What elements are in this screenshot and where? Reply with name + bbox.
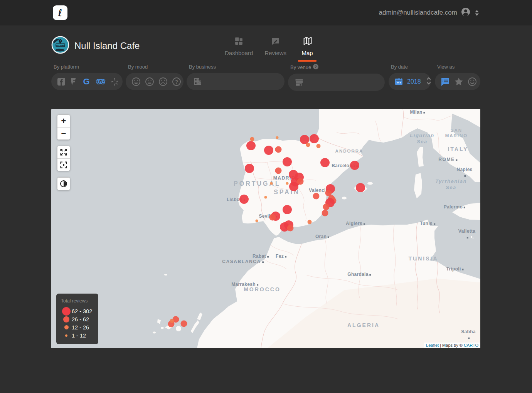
tab-map[interactable]: Map: [298, 36, 317, 62]
user-email: admin@nullislandcafe.com: [379, 9, 457, 17]
svg-text:?: ?: [315, 64, 317, 69]
legend-bubble: [64, 325, 69, 329]
user-avatar-icon[interactable]: [461, 7, 470, 18]
business-avatar: NULL ISLAND: [51, 36, 69, 55]
mood-filter: ?: [126, 73, 184, 90]
venue-select[interactable]: [288, 74, 385, 91]
view-control: [57, 146, 70, 171]
foursquare-icon[interactable]: [69, 76, 78, 87]
mood-smiley-view-icon[interactable]: [467, 76, 477, 87]
tab-dashboard[interactable]: Dashboard: [225, 36, 253, 62]
tab-map-label: Map: [301, 50, 313, 56]
calendar-icon: [394, 76, 404, 87]
google-icon[interactable]: G: [81, 76, 91, 87]
storefront-icon: [293, 77, 305, 88]
filter-mood-label: By mood: [128, 64, 184, 70]
legend-range: 26 - 62: [72, 316, 89, 322]
tab-dashboard-label: Dashboard: [225, 50, 253, 56]
zoom-out-button[interactable]: −: [57, 127, 70, 139]
tab-reviews-label: Reviews: [264, 50, 286, 56]
legend-bubble: [65, 334, 67, 337]
theme-control: [57, 177, 70, 190]
topbar: ℓ admin@nullislandcafe.com: [0, 0, 532, 25]
legend-title: Total reviews: [61, 298, 94, 304]
map-attribution: Leaflet | Maps by © CARTO: [424, 343, 480, 348]
legend-row: 1 - 12: [61, 331, 94, 339]
map-canvas[interactable]: PORTUGALSPAINMADRIDLisbonSevilleValencia…: [51, 109, 480, 348]
app-logo[interactable]: ℓ: [53, 5, 67, 20]
business-avatar-text: NULL ISLAND: [56, 45, 65, 46]
zoom-in-button[interactable]: +: [57, 115, 70, 127]
yelp-icon[interactable]: [110, 76, 119, 87]
business-select-value: [207, 73, 279, 90]
legend-row: 12 - 26: [61, 323, 94, 331]
platform-filter: G: [51, 73, 123, 90]
reviews-list-view-icon[interactable]: [440, 76, 450, 87]
basemap: [51, 109, 480, 348]
app-logo-letter: ℓ: [58, 7, 62, 18]
filter-date-label: By date: [391, 64, 431, 70]
facebook-icon[interactable]: [57, 76, 66, 87]
date-stepper-icon[interactable]: [426, 77, 431, 87]
business-select[interactable]: [187, 73, 285, 90]
sad-mood-icon[interactable]: [158, 76, 168, 87]
unknown-mood-icon[interactable]: ?: [172, 76, 182, 87]
locate-button[interactable]: [57, 158, 70, 171]
main-nav-tabs: Dashboard Reviews Map: [225, 36, 317, 62]
page-header: NULL ISLAND Null Island Cafe Dashboard: [0, 25, 532, 64]
tripadvisor-icon[interactable]: [95, 76, 106, 87]
legend-range: 62 - 302: [72, 308, 92, 314]
map-legend: Total reviews 62 - 30226 - 6212 - 261 - …: [56, 294, 98, 344]
map-icon: [303, 36, 312, 47]
date-filter[interactable]: 2018: [389, 73, 431, 90]
filter-bar: By platform G: [0, 64, 532, 99]
svg-text:?: ?: [175, 79, 178, 84]
zoom-control: + −: [57, 114, 70, 140]
legend-row: 26 - 62: [61, 315, 94, 323]
help-icon[interactable]: ?: [313, 64, 318, 71]
tab-reviews[interactable]: Reviews: [264, 36, 286, 62]
attribution-text: | Maps by ©: [439, 343, 464, 348]
view-as-filter: [435, 73, 480, 90]
reviews-icon: [271, 36, 280, 47]
page-title: Null Island Cafe: [74, 40, 140, 51]
svg-text:G: G: [83, 77, 89, 86]
date-filter-value: 2018: [407, 78, 423, 85]
building-icon: [192, 76, 204, 87]
venue-select-value: [308, 74, 379, 91]
neutral-mood-icon[interactable]: [145, 76, 155, 87]
dashboard-icon: [234, 36, 244, 47]
filter-viewas-label: View as: [437, 64, 480, 70]
filter-venue-label: By venue: [290, 64, 311, 70]
happy-mood-icon[interactable]: [131, 76, 141, 87]
legend-bubble: [62, 307, 71, 316]
legend-row: 62 - 302: [61, 307, 94, 315]
legend-range: 12 - 26: [72, 324, 89, 331]
carto-link[interactable]: CARTO: [464, 343, 478, 348]
filter-business-label: By business: [189, 64, 285, 70]
filter-platform-label: By platform: [54, 64, 123, 70]
legend-range: 1 - 12: [72, 333, 86, 339]
rating-star-view-icon[interactable]: [454, 76, 464, 87]
account-menu-caret-icon[interactable]: [475, 10, 479, 16]
leaflet-link[interactable]: Leaflet: [426, 343, 439, 348]
contrast-toggle-button[interactable]: [57, 178, 70, 190]
fullscreen-button[interactable]: [57, 146, 70, 158]
legend-bubble: [63, 316, 69, 322]
